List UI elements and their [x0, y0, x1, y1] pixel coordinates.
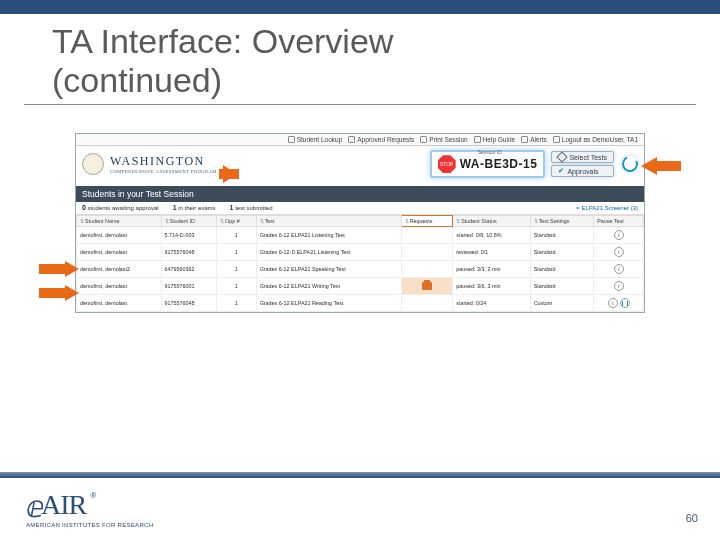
- toolbar-label: Print Session: [429, 136, 467, 143]
- ta-interface-screenshot: Student Lookup Approved Requests Print S…: [75, 133, 645, 313]
- help-guide-button[interactable]: Help Guide: [474, 136, 516, 143]
- select-tests-button[interactable]: Select Tests: [551, 151, 614, 163]
- summary-count: 0: [82, 204, 86, 211]
- logout-button[interactable]: Logout as DemoUser, TA1: [553, 136, 638, 143]
- brand-name: WASHINGTON: [110, 154, 217, 169]
- info-button[interactable]: [614, 281, 624, 291]
- slide-title: TA Interface: Overview (continued): [52, 22, 668, 100]
- cell-actions: [594, 278, 644, 295]
- students-table: ⇅Student Name ⇅Student ID ⇅Opp # ⇅Test ⇅…: [76, 215, 644, 312]
- registered-mark: ®: [90, 491, 96, 500]
- slide-title-area: TA Interface: Overview (continued): [24, 14, 696, 105]
- cell-status: started: 0/8, 10.8%: [453, 227, 530, 244]
- page-number: 60: [686, 512, 698, 524]
- col-pause: Pause Test: [594, 216, 644, 227]
- toolbar-label: Approved Requests: [357, 136, 414, 143]
- cell-test: Grades 6-12 ELPA21 Writing Test: [256, 278, 401, 295]
- col-settings[interactable]: ⇅Test Settings: [530, 216, 594, 227]
- table-row: demofirst, demolast5.714-D-0031Grades 6-…: [77, 227, 644, 244]
- approvals-label: Approvals: [567, 168, 598, 175]
- callout-arrow-approvals: [641, 157, 681, 175]
- cell-name: demofirst, demolast2: [77, 261, 162, 278]
- brand: WASHINGTON COMPREHENSIVE ASSESSMENT PROG…: [82, 153, 217, 175]
- toolbar-label: Alerts: [530, 136, 547, 143]
- session-id-label: Session ID: [478, 149, 502, 155]
- info-button[interactable]: [608, 298, 618, 308]
- summary-row: 0 students awaiting approval 1 in their …: [76, 202, 644, 215]
- refresh-button[interactable]: [620, 154, 641, 175]
- panel-title: Students in your Test Session: [76, 186, 644, 202]
- requests-cell: [401, 227, 453, 244]
- air-logo-text: AIR: [41, 489, 86, 521]
- document-icon: [348, 136, 355, 143]
- cell-name: demofirst, demolast: [77, 295, 162, 312]
- cell-actions: [594, 227, 644, 244]
- col-requests[interactable]: ⇅Requests: [401, 216, 453, 227]
- summary-text: students awaiting approval: [88, 205, 159, 211]
- logout-icon: [553, 136, 560, 143]
- cell-name: demofirst, demolast: [77, 227, 162, 244]
- cell-settings: Standard: [530, 278, 594, 295]
- book-icon: [474, 136, 481, 143]
- table-header-row: ⇅Student Name ⇅Student ID ⇅Opp # ⇅Test ⇅…: [77, 216, 644, 227]
- slide-footer: ⅇAIR ® AMERICAN INSTITUTES FOR RESEARCH …: [0, 472, 720, 540]
- cell-opp: 1: [217, 278, 257, 295]
- stop-session-button[interactable]: STOP: [438, 155, 456, 173]
- summary-text: test submitted: [235, 205, 272, 211]
- title-line1: TA Interface: Overview: [52, 22, 393, 60]
- toolbar-label: Help Guide: [483, 136, 516, 143]
- print-session-button[interactable]: Print Session: [420, 136, 467, 143]
- alert-icon: [521, 136, 528, 143]
- print-request-cell[interactable]: [401, 278, 453, 295]
- session-controls: Session ID STOP WA-BE3D-15 Select Tests …: [430, 150, 638, 178]
- approved-requests-button[interactable]: Approved Requests: [348, 136, 414, 143]
- filter-link[interactable]: = ELPA21 Screener (3): [576, 205, 638, 211]
- summary-text: in their exams: [178, 205, 215, 211]
- cell-test: Grades 6-12 ELPA21 Listening Test: [256, 227, 401, 244]
- cell-settings: Custom: [530, 295, 594, 312]
- info-button[interactable]: [614, 264, 624, 274]
- session-id-value: WA-BE3D-15: [460, 157, 538, 171]
- check-icon: ✔: [558, 167, 564, 175]
- pencil-icon: [557, 152, 568, 163]
- state-seal-icon: [82, 153, 104, 175]
- pause-button[interactable]: [620, 298, 630, 308]
- cell-id: 9175576048: [161, 295, 217, 312]
- alerts-button[interactable]: Alerts: [521, 136, 547, 143]
- air-tagline: AMERICAN INSTITUTES FOR RESEARCH: [26, 522, 153, 528]
- air-logo: ⅇAIR ®: [26, 489, 153, 524]
- cell-actions: [594, 244, 644, 261]
- printer-icon: [422, 282, 432, 290]
- cell-id: 6479560362: [161, 261, 217, 278]
- toolbar-label: Logout as: [562, 136, 591, 143]
- col-id[interactable]: ⇅Student ID: [161, 216, 217, 227]
- callout-arrows-rows: [39, 261, 79, 309]
- cell-id: 5.714-D-003: [161, 227, 217, 244]
- cell-id: 9175576048: [161, 244, 217, 261]
- info-button[interactable]: [614, 230, 624, 240]
- summary-count: 1: [173, 204, 177, 211]
- student-lookup-button[interactable]: Student Lookup: [288, 136, 343, 143]
- cell-actions: [594, 295, 644, 312]
- toolbar-user: DemoUser, TA1: [592, 136, 638, 143]
- cell-settings: Standard: [530, 227, 594, 244]
- cell-name: demofirst, demolast: [77, 244, 162, 261]
- stop-label: STOP: [440, 161, 454, 167]
- cell-opp: 1: [217, 295, 257, 312]
- col-status[interactable]: ⇅Student Status: [453, 216, 530, 227]
- toolbar-label: Student Lookup: [297, 136, 343, 143]
- slide-top-bar: [0, 0, 720, 14]
- cell-settings: Standard: [530, 261, 594, 278]
- cell-id: 9175576001: [161, 278, 217, 295]
- printer-icon: [420, 136, 427, 143]
- cell-test: Grades 6-12 ELPA21 Speaking Test: [256, 261, 401, 278]
- cell-opp: 1: [217, 227, 257, 244]
- info-button[interactable]: [614, 247, 624, 257]
- col-opp[interactable]: ⇅Opp #: [217, 216, 257, 227]
- cell-opp: 1: [217, 261, 257, 278]
- approvals-button[interactable]: ✔Approvals: [551, 165, 614, 177]
- requests-cell: [401, 295, 453, 312]
- col-test[interactable]: ⇅Test: [256, 216, 401, 227]
- requests-cell: [401, 244, 453, 261]
- col-name[interactable]: ⇅Student Name: [77, 216, 162, 227]
